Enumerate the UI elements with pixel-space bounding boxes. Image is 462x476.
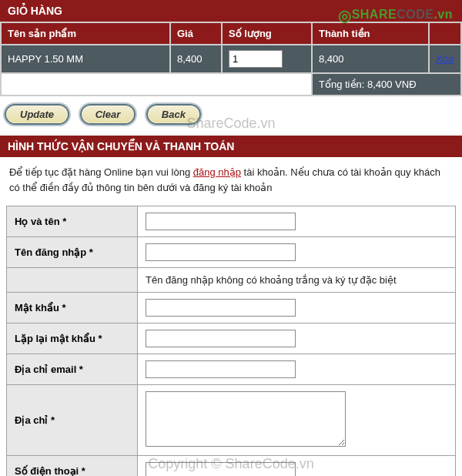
label-email: Địa chỉ email * bbox=[7, 354, 138, 385]
cell-total: 8,400 bbox=[313, 45, 428, 72]
login-link[interactable]: đăng nhập bbox=[193, 166, 241, 178]
col-action bbox=[430, 23, 460, 44]
col-name: Tên sản phẩm bbox=[2, 23, 169, 44]
instructions: Để tiếp tục đặt hàng Online bạn vui lòng… bbox=[0, 157, 462, 206]
username-hint: Tên đăng nhập không có khoảng trắng và k… bbox=[138, 268, 456, 293]
shipping-title: HÌNH THỨC VẬN CHUYỂN VÀ THANH TOÁN bbox=[0, 136, 462, 157]
fullname-field[interactable] bbox=[146, 213, 296, 230]
cart-header-row: Tên sản phẩm Giá Số lượng Thành tiền bbox=[2, 23, 460, 44]
col-total: Thành tiền bbox=[313, 23, 428, 44]
cell-action: Xóa bbox=[430, 45, 460, 72]
label-password: Mật khẩu * bbox=[7, 293, 138, 323]
username-field[interactable] bbox=[146, 243, 296, 261]
label-username: Tên đăng nhập * bbox=[7, 237, 138, 268]
cell-name: HAPPY 1.50 MM bbox=[2, 45, 169, 72]
label-phone: Số điện thoại * bbox=[7, 456, 138, 477]
cart-buttons: Update Clear Back bbox=[0, 96, 462, 136]
registration-form: Họ và tên * Tên đăng nhập * Tên đăng nhậ… bbox=[6, 206, 456, 476]
col-qty: Số lượng bbox=[223, 23, 311, 44]
label-fullname: Họ và tên * bbox=[7, 206, 138, 237]
cart-table: Tên sản phẩm Giá Số lượng Thành tiền HAP… bbox=[0, 22, 462, 96]
label-password2: Lặp lại mật khẩu * bbox=[7, 323, 138, 354]
qty-input[interactable] bbox=[229, 50, 283, 68]
table-row: HAPPY 1.50 MM 8,400 8,400 Xóa bbox=[2, 45, 460, 72]
password2-field[interactable] bbox=[146, 330, 296, 347]
password-field[interactable] bbox=[146, 299, 296, 317]
cell-qty bbox=[223, 45, 311, 72]
grand-total-row: Tổng tiền: 8,400 VNĐ bbox=[2, 74, 460, 95]
sharecode-logo: ◎SHARECODE.vn bbox=[338, 6, 453, 25]
email-field[interactable] bbox=[146, 360, 296, 378]
address-field[interactable] bbox=[146, 391, 346, 447]
col-price: Giá bbox=[171, 23, 221, 44]
grand-total: Tổng tiền: 8,400 VNĐ bbox=[313, 74, 460, 95]
cell-price: 8,400 bbox=[171, 45, 221, 72]
back-button[interactable]: Back bbox=[146, 104, 201, 125]
delete-link[interactable]: Xóa bbox=[436, 53, 454, 65]
update-button[interactable]: Update bbox=[5, 104, 69, 125]
label-address: Địa chỉ * bbox=[7, 385, 138, 456]
clear-button[interactable]: Clear bbox=[80, 104, 136, 125]
phone-field[interactable] bbox=[146, 462, 296, 476]
